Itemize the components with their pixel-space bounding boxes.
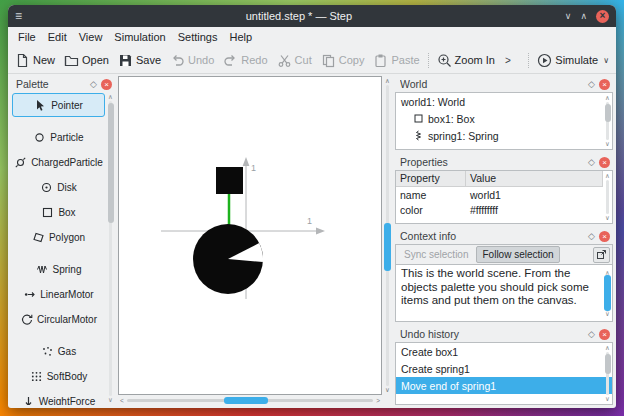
panel-close-icon[interactable]: × [599,79,610,90]
palette-item-pointer[interactable]: Pointer [12,93,105,117]
property-row-name[interactable]: name world1 [396,187,603,202]
scroll-up-icon[interactable]: ∧ [605,344,610,352]
undo-item-move-end-of-spring1[interactable]: Move end of spring1 [396,377,612,394]
context-info-text[interactable]: This is the world scene. From the object… [395,264,613,322]
scroll-down-icon[interactable]: ∨ [605,214,610,222]
canvas-horizontal-scrollbar[interactable]: < > [118,396,382,405]
sync-selection-button: Sync selection [398,246,474,263]
desktop-wallpaper: ≡ untitled.step * — Step ∨ ∧ × File Edit… [0,0,624,416]
scrollbar-thumb[interactable] [605,354,611,374]
follow-selection-button[interactable]: Follow selection [476,246,559,263]
palette-item-particle[interactable]: Particle [12,125,105,149]
scroll-up-icon[interactable]: ∧ [385,77,390,85]
gas-icon [41,345,54,358]
scrollbar-thumb[interactable] [384,223,391,271]
column-header-value[interactable]: Value [466,171,603,186]
scroll-down-icon[interactable]: ∨ [108,396,113,404]
menu-file[interactable]: File [12,29,42,45]
palette-panel: Palette ◇ × Pointer Particle Cha [11,76,115,405]
disk1-object[interactable] [193,224,263,294]
context-info-panel: Context info ◇ × Sync selection Follow s… [395,228,613,322]
save-button[interactable]: Save [114,50,165,71]
panel-close-icon[interactable]: × [599,329,610,340]
menu-help[interactable]: Help [223,29,258,45]
scroll-up-icon[interactable]: ∧ [605,94,610,102]
app-menu-icon[interactable]: ≡ [15,9,33,23]
scrollbar-thumb[interactable] [605,104,611,122]
zoom-in-button[interactable]: Zoom In [433,50,499,71]
property-row-color[interactable]: color #ffffffff [396,202,603,217]
panel-float-icon[interactable]: ◇ [588,231,595,241]
tree-item-world1[interactable]: world1: World [396,93,612,110]
undo-scrollbar[interactable]: ∧ ∨ [603,343,612,404]
scroll-down-icon[interactable]: ∨ [385,386,390,394]
titlebar[interactable]: ≡ untitled.step * — Step ∨ ∧ × [8,5,616,27]
scroll-up-icon[interactable]: ∧ [605,172,610,180]
minimize-button[interactable]: ∨ [565,10,572,23]
menu-view[interactable]: View [73,29,109,45]
open-in-browser-button[interactable] [593,247,610,263]
properties-scrollbar[interactable]: ∧ ∨ [603,171,612,223]
palette-item-spring[interactable]: Spring [12,257,105,281]
world-scrollbar[interactable]: ∧ ∨ [603,93,612,149]
palette-item-chargedparticle[interactable]: ChargedParticle [12,150,105,174]
menu-simulation[interactable]: Simulation [108,29,171,45]
palette-item-disk[interactable]: Disk [12,175,105,199]
palette-item-softbody[interactable]: SoftBody [12,364,105,388]
panel-close-icon[interactable]: × [599,157,610,168]
panel-float-icon[interactable]: ◇ [90,79,97,89]
panel-float-icon[interactable]: ◇ [588,157,595,167]
close-button[interactable]: × [596,10,609,23]
pointer-icon [34,99,47,112]
palette-item-gas[interactable]: Gas [12,339,105,363]
tree-item-box1[interactable]: box1: Box [396,110,612,127]
palette-item-box[interactable]: Box [12,200,105,224]
undo-item-create-spring1[interactable]: Create spring1 [396,360,612,377]
new-button[interactable]: New [11,50,59,71]
palette-item-weightforce[interactable]: WeightForce [12,389,105,405]
undo-item-create-box1[interactable]: Create box1 [396,343,612,360]
scroll-up-icon[interactable]: ∧ [108,93,113,101]
properties-panel: Properties ◇ × Property Value name [395,154,613,224]
palette-scrollbar[interactable]: ∧ ∨ [106,92,115,405]
world-panel: World ◇ × world1: World box1: Box [395,76,613,150]
panel-close-icon[interactable]: × [599,231,610,242]
particle-icon [33,131,46,144]
scrollbar-thumb[interactable] [604,275,611,311]
charged-particle-icon [14,156,27,169]
menu-settings[interactable]: Settings [172,29,224,45]
panel-float-icon[interactable]: ◇ [588,79,595,89]
scroll-down-icon[interactable]: ∨ [605,140,610,148]
undo-icon [170,53,185,68]
canvas-vertical-scrollbar[interactable]: ∧ ∨ [383,76,392,395]
panel-close-icon[interactable]: × [101,79,112,90]
tree-item-spring1[interactable]: spring1: Spring [396,127,612,144]
scroll-down-icon[interactable]: ∨ [605,395,610,403]
menu-edit[interactable]: Edit [42,29,73,45]
dock-panels: World ◇ × world1: World box1: Box [395,76,613,405]
simulate-play-icon [537,53,552,68]
scroll-right-icon[interactable]: > [376,397,380,404]
context-scrollbar[interactable]: ∧ ∨ [603,265,612,321]
palette-item-circularmotor[interactable]: CircularMotor [12,307,105,331]
copy-button: Copy [317,50,369,71]
menubar: File Edit View Simulation Settings Help [8,27,616,47]
scrollbar-thumb[interactable] [224,397,269,404]
palette-item-linearmotor[interactable]: LinearMotor [12,282,105,306]
box1-object[interactable] [216,167,243,194]
simulate-dropdown-icon[interactable]: ∨ [603,56,609,65]
column-header-property[interactable]: Property [396,171,466,186]
palette-list: Pointer Particle ChargedParticle Disk [11,92,115,405]
weight-force-icon [22,395,35,406]
scroll-left-icon[interactable]: < [120,397,124,404]
world-scene-canvas[interactable]: 1 1 [118,76,382,395]
spring-icon [36,263,49,276]
scrollbar-thumb[interactable] [108,103,114,223]
spring-icon [413,130,424,141]
panel-float-icon[interactable]: ◇ [588,329,595,339]
maximize-button[interactable]: ∧ [580,10,587,23]
open-button[interactable]: Open [60,50,113,71]
palette-item-polygon[interactable]: Polygon [12,225,105,249]
toolbar-overflow-button[interactable]: > [500,52,516,69]
simulate-button[interactable]: Simulate ∨ [533,50,613,71]
